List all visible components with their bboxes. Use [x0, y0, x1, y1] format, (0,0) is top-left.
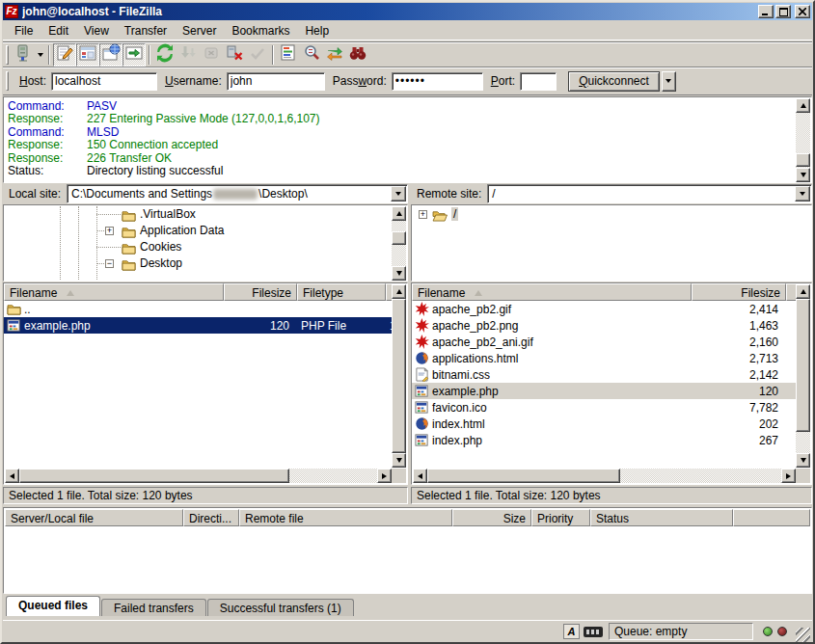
- log-scroll-down-button[interactable]: [796, 168, 810, 182]
- tree-item--virtualbox[interactable]: .VirtualBox: [5, 206, 406, 223]
- password-input[interactable]: [392, 72, 483, 91]
- tab-successful-transfers-1-[interactable]: Successful transfers (1): [207, 599, 354, 616]
- file-row-index-php[interactable]: index.php267: [412, 432, 797, 448]
- menu-bookmarks[interactable]: Bookmarks: [224, 22, 297, 40]
- column-header-filesize[interactable]: Filesize: [224, 283, 297, 301]
- file-row-applications-html[interactable]: applications.html2,713: [412, 350, 797, 366]
- toolbar-grip[interactable]: [6, 45, 9, 65]
- remote-site-combo[interactable]: /: [487, 184, 812, 203]
- host-input[interactable]: [51, 72, 157, 91]
- directory-filters-button[interactable]: [277, 43, 300, 67]
- local-list-scroll-thumb[interactable]: [392, 299, 406, 453]
- toggle-queue-button[interactable]: [122, 43, 146, 67]
- local-tree-scroll-up-button[interactable]: [392, 206, 406, 221]
- username-input[interactable]: [227, 72, 325, 91]
- remote-list-scroll-left-button[interactable]: [413, 469, 427, 483]
- remote-site-dropdown-button[interactable]: [795, 186, 810, 201]
- port-input[interactable]: [520, 72, 557, 91]
- toggle-remote-tree-button[interactable]: [99, 43, 122, 67]
- tree-item-root[interactable]: +/: [413, 206, 810, 223]
- expand-icon[interactable]: +: [419, 210, 427, 219]
- column-header-filesize[interactable]: Filesize: [692, 283, 786, 301]
- local-list-scroll-down-button[interactable]: [392, 453, 406, 468]
- speed-limit-icon[interactable]: [584, 627, 603, 637]
- disconnect-button[interactable]: [223, 43, 246, 67]
- local-list-scroll-left-button[interactable]: [5, 469, 19, 483]
- site-manager-dropdown-button[interactable]: [35, 44, 45, 66]
- file-row--[interactable]: ..: [4, 301, 393, 317]
- tab-failed-transfers[interactable]: Failed transfers: [101, 599, 206, 616]
- menu-server[interactable]: Server: [175, 22, 224, 40]
- menu-view[interactable]: View: [76, 22, 117, 40]
- column-header-filename[interactable]: Filename: [4, 283, 224, 301]
- app-icon: [414, 400, 429, 416]
- find-files-icon: [348, 43, 367, 66]
- refresh-button[interactable]: [153, 43, 177, 67]
- file-row-apache-pb2-gif[interactable]: apache_pb2.gif2,414: [412, 301, 797, 317]
- close-button[interactable]: [795, 5, 810, 18]
- file-row-apache-pb2-ani-gif[interactable]: apache_pb2_ani.gif2,160: [412, 334, 797, 350]
- site-manager-button[interactable]: [12, 43, 35, 67]
- tree-item-cookies[interactable]: Cookies: [5, 239, 406, 255]
- transfer-queue: Server/Local fileDirecti...Remote fileSi…: [3, 507, 812, 594]
- tree-item-desktop[interactable]: −Desktop: [5, 255, 406, 272]
- remote-list-rows: apache_pb2.gif2,414apache_pb2.png1,463ap…: [412, 301, 797, 468]
- expand-icon[interactable]: +: [105, 227, 114, 235]
- file-row-apache-pb2-png[interactable]: apache_pb2.png1,463: [412, 317, 797, 334]
- minimize-button[interactable]: [758, 5, 774, 18]
- collapse-icon[interactable]: −: [105, 259, 114, 268]
- queue-column-server-local-file[interactable]: Server/Local file: [5, 509, 183, 526]
- data-type-indicator-icon[interactable]: A: [563, 624, 580, 639]
- log-line: Command:PASV: [8, 99, 794, 112]
- local-tree-scroll-down-button[interactable]: [392, 266, 406, 281]
- local-site-combo[interactable]: C:\Documents and Settings\Desktop\: [67, 184, 408, 203]
- local-list-hscroll-thumb[interactable]: [19, 469, 289, 483]
- resize-grip[interactable]: [796, 628, 810, 642]
- local-site-dropdown-button[interactable]: [391, 186, 406, 201]
- queue-column-status[interactable]: Status: [590, 509, 733, 526]
- quickconnect-grip[interactable]: [6, 71, 9, 91]
- menu-help[interactable]: Help: [297, 22, 337, 40]
- find-files-button[interactable]: [346, 43, 369, 67]
- queue-column-priority[interactable]: Priority: [531, 509, 590, 526]
- html-icon: [414, 351, 429, 366]
- maximize-button[interactable]: [775, 5, 791, 18]
- log-scroll-up-button[interactable]: [796, 98, 810, 113]
- quickconnect-bar: Host: Username: Password: Port: Quickcon…: [3, 67, 812, 95]
- synchronized-browsing-button[interactable]: [323, 43, 346, 67]
- remote-list-scroll-right-button[interactable]: [781, 469, 796, 483]
- image-icon: [414, 335, 429, 350]
- directory-filters-icon: [279, 43, 298, 66]
- local-list-scroll-up-button[interactable]: [392, 284, 406, 299]
- tree-item-application-data[interactable]: +Application Data: [5, 223, 406, 239]
- local-list-scroll-right-button[interactable]: [377, 469, 392, 483]
- menu-file[interactable]: File: [7, 22, 41, 40]
- file-row-example-php[interactable]: example.php120PHP File1: [4, 317, 393, 334]
- queue-column-remote-file[interactable]: Remote file: [239, 509, 452, 526]
- local-tree-scroll-thumb[interactable]: [392, 231, 406, 245]
- menu-edit[interactable]: Edit: [41, 22, 76, 40]
- remote-list-scroll-thumb[interactable]: [796, 299, 810, 432]
- quickconnect-dropdown-button[interactable]: [662, 71, 676, 92]
- remote-list-scroll-down-button[interactable]: [796, 453, 810, 468]
- file-row-index-html[interactable]: index.html202: [412, 416, 797, 432]
- file-row-bitnami-css[interactable]: bitnami.css2,142: [412, 366, 797, 383]
- log-scroll-thumb[interactable]: [796, 153, 810, 167]
- file-name-cell: bitnami.css: [412, 367, 692, 383]
- tab-queued-files[interactable]: Queued files: [6, 596, 100, 616]
- menu-transfer[interactable]: Transfer: [117, 22, 175, 40]
- toggle-local-tree-button[interactable]: [76, 43, 99, 67]
- directory-comparison-button[interactable]: [300, 43, 323, 67]
- remote-list-scroll-up-button[interactable]: [796, 284, 810, 299]
- title-bar[interactable]: Fz john@localhost - FileZilla: [3, 3, 812, 20]
- column-header-filename[interactable]: Filename: [412, 283, 692, 301]
- file-row-favicon-ico[interactable]: favicon.ico7,782: [412, 399, 797, 416]
- toggle-message-log-button[interactable]: [53, 43, 76, 67]
- file-row-example-php[interactable]: example.php120: [412, 383, 797, 399]
- queue-column-size[interactable]: Size: [452, 509, 531, 526]
- quickconnect-button[interactable]: Quickconnect: [568, 71, 660, 92]
- column-header-filetype[interactable]: Filetype: [297, 283, 386, 301]
- queue-column-directi-[interactable]: Directi...: [183, 509, 239, 526]
- remote-list-hscroll-thumb[interactable]: [427, 469, 620, 483]
- remote-list-scroll-track[interactable]: [796, 432, 810, 453]
